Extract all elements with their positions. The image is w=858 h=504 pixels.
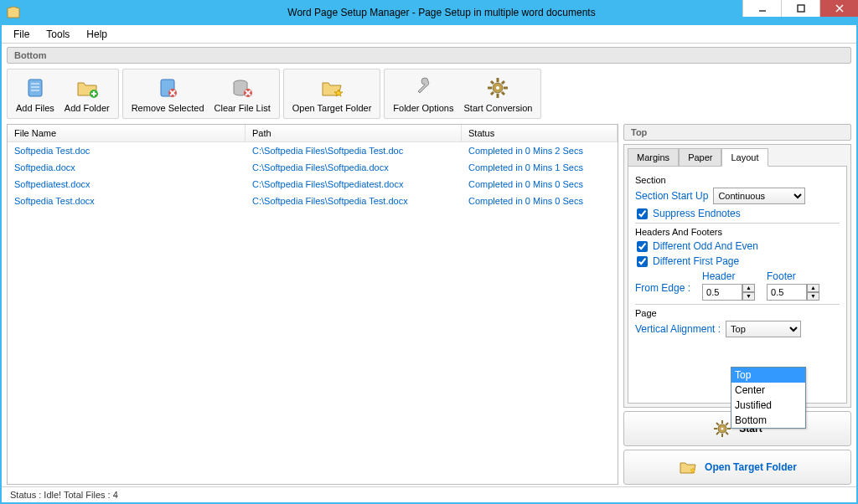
diff-first-page-checkbox[interactable] (637, 256, 648, 267)
svg-point-39 (721, 428, 724, 430)
column-header-status[interactable]: Status (462, 125, 618, 141)
wrench-icon (410, 75, 437, 101)
diff-first-page-label: Different First Page (653, 255, 739, 267)
dropdown-option[interactable]: Bottom (731, 413, 805, 428)
vertical-alignment-label: Vertical Alignment : (635, 323, 721, 335)
folder-plus-icon (74, 75, 101, 101)
cell-path: C:\Softpedia Files\Softpedia.docx (246, 161, 462, 174)
menu-file[interactable]: File (5, 27, 38, 42)
column-header-name[interactable]: File Name (8, 125, 246, 141)
file-rows[interactable]: Softpedia Test.docC:\Softpedia Files\Sof… (8, 142, 618, 484)
footer-spin-down[interactable]: ▼ (807, 292, 819, 301)
dropdown-option[interactable]: Top (731, 368, 805, 383)
window-title: Word Page Setup Manager - Page Setup in … (25, 7, 858, 18)
cell-status: Completed in 0 Mins 0 Secs (462, 177, 618, 191)
suppress-endnotes-label: Suppress Endnotes (653, 208, 741, 219)
dropdown-option[interactable]: Center (731, 383, 805, 398)
vertical-alignment-select[interactable]: Top (726, 321, 801, 337)
folder-options-button[interactable]: Folder Options (388, 73, 458, 115)
folder-open-star-icon (318, 75, 345, 101)
suppress-endnotes-checkbox[interactable] (637, 208, 648, 219)
tab-margins[interactable]: Margins (628, 148, 679, 166)
svg-line-28 (491, 92, 494, 95)
section-label-bottom: Bottom (7, 47, 851, 64)
table-row[interactable]: Softpedia Test.docxC:\Softpedia Files\So… (8, 193, 618, 209)
header-spin-down[interactable]: ▼ (742, 292, 755, 301)
section-group-label: Section (635, 175, 840, 185)
table-row[interactable]: Softpedia Test.docC:\Softpedia Files\Sof… (8, 142, 618, 159)
table-row[interactable]: Softpediatest.docxC:\Softpedia Files\Sof… (8, 176, 618, 193)
window-body: File Tools Help Bottom Add Files Add Fol… (0, 25, 858, 504)
clear-file-list-button[interactable]: Clear File List (209, 73, 276, 115)
tabs-strip: Margins Paper Layout (624, 145, 850, 166)
from-edge-label: From Edge : (635, 270, 690, 294)
page-group-label: Page (635, 308, 840, 318)
remove-selected-button[interactable]: Remove Selected (127, 73, 209, 115)
svg-line-25 (491, 81, 494, 84)
cell-status: Completed in 0 Mins 2 Secs (462, 144, 618, 157)
svg-line-27 (502, 81, 504, 84)
svg-line-35 (716, 423, 719, 425)
open-target-big-button-label: Open Target Folder (705, 461, 797, 473)
footer-spin-up[interactable]: ▲ (807, 284, 819, 292)
cell-filename: Softpedia.docx (8, 161, 246, 174)
section-start-select[interactable]: Continuous (713, 188, 805, 204)
titlebar: Word Page Setup Manager - Page Setup in … (0, 0, 858, 25)
diff-odd-even-checkbox[interactable] (637, 241, 648, 252)
folder-open-star-icon (678, 457, 698, 477)
right-pane: Top Margins Paper Layout Section Section… (623, 124, 851, 485)
svg-point-29 (496, 86, 499, 90)
menu-tools[interactable]: Tools (38, 27, 78, 42)
section-label-top: Top (623, 124, 851, 141)
table-row[interactable]: Softpedia.docxC:\Softpedia Files\Softped… (8, 159, 618, 176)
gear-icon (484, 75, 511, 101)
cell-filename: Softpedia Test.doc (8, 144, 246, 157)
database-x-icon (229, 75, 256, 101)
menubar: File Tools Help (2, 25, 856, 44)
headers-footers-group-label: Headers And Footers (635, 227, 840, 237)
file-list: File Name Path Status Softpedia Test.doc… (7, 124, 618, 485)
header-spinner-label: Header (702, 270, 735, 282)
add-files-button[interactable]: Add Files (11, 73, 59, 115)
svg-rect-4 (28, 80, 42, 96)
cell-path: C:\Softpedia Files\Softpediatest.docx (246, 177, 462, 191)
svg-rect-1 (798, 5, 804, 12)
diff-odd-even-label: Different Odd And Even (653, 240, 758, 252)
cell-path: C:\Softpedia Files\Softpedia Test.doc (246, 144, 462, 157)
gear-icon (712, 419, 732, 439)
svg-line-26 (502, 92, 504, 95)
window-controls (742, 0, 858, 17)
header-spinner[interactable] (702, 284, 742, 301)
section-start-label: Section Start Up (635, 190, 708, 202)
svg-line-37 (726, 423, 728, 425)
file-lines-icon (22, 75, 49, 101)
svg-line-36 (726, 432, 728, 435)
cell-filename: Softpedia Test.docx (8, 194, 246, 208)
svg-line-38 (716, 432, 719, 435)
vertical-alignment-dropdown[interactable]: TopCenterJustifiedBottom (731, 367, 806, 429)
header-spin-up[interactable]: ▲ (742, 284, 755, 292)
maximize-button[interactable] (781, 0, 819, 17)
start-conversion-button[interactable]: Start Conversion (458, 73, 537, 115)
cell-filename: Softpediatest.docx (8, 177, 246, 191)
tab-paper[interactable]: Paper (679, 148, 721, 166)
close-button[interactable] (819, 0, 858, 17)
open-target-big-button[interactable]: Open Target Folder (623, 450, 851, 485)
cell-status: Completed in 0 Mins 1 Secs (462, 161, 618, 174)
menu-help[interactable]: Help (78, 27, 116, 42)
app-icon (7, 6, 20, 19)
footer-spinner-label: Footer (767, 270, 796, 282)
column-header-path[interactable]: Path (246, 125, 462, 141)
dropdown-option[interactable]: Justified (731, 398, 805, 413)
minimize-button[interactable] (742, 0, 781, 17)
toolbar: Add Files Add Folder Remove Selected Cle… (2, 64, 856, 119)
file-x-icon (154, 75, 181, 101)
open-target-folder-button[interactable]: Open Target Folder (287, 73, 377, 115)
cell-status: Completed in 0 Mins 0 Secs (462, 194, 618, 208)
tab-layout[interactable]: Layout (721, 148, 768, 167)
add-folder-button[interactable]: Add Folder (59, 73, 115, 115)
content-row: File Name Path Status Softpedia Test.doc… (7, 124, 851, 485)
file-list-header: File Name Path Status (8, 125, 618, 142)
footer-spinner[interactable] (767, 284, 807, 301)
cell-path: C:\Softpedia Files\Softpedia Test.docx (246, 194, 462, 208)
